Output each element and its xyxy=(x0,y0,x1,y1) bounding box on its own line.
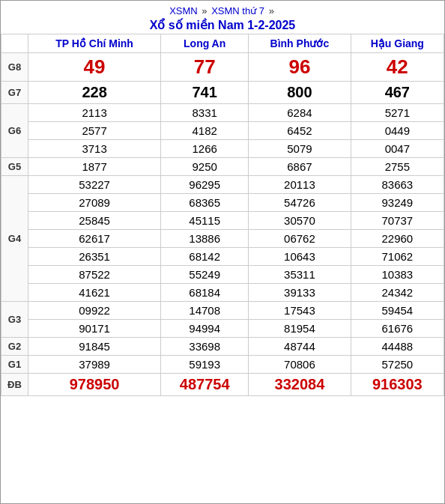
label-g5: G5 xyxy=(1,158,28,176)
db-hcm: 978950 xyxy=(28,374,161,396)
g8-haugiang: 42 xyxy=(351,53,444,82)
g4-5-hcm: 26351 xyxy=(28,248,161,266)
row-g4-5: 26351 68142 10643 71062 xyxy=(1,248,444,266)
db-longan: 487754 xyxy=(161,374,249,396)
g6-1-haugiang: 5271 xyxy=(351,104,444,122)
g4-6-haugiang: 10383 xyxy=(351,266,444,284)
g3-1-haugiang: 59454 xyxy=(351,302,444,320)
g4-7-longan: 68184 xyxy=(161,284,249,302)
g7-hcm: 228 xyxy=(28,82,161,104)
page-header: XSMN » XSMN thứ 7 » Xổ số miền Nam 1-2-2… xyxy=(1,1,444,34)
col-hcm: TP Hồ Chí Minh xyxy=(28,34,161,53)
row-db: ĐB 978950 487754 332084 916303 xyxy=(1,374,444,396)
g4-3-binhphuoc: 30570 xyxy=(249,212,351,230)
row-g7: G7 228 741 800 467 xyxy=(1,82,444,104)
g5-longan: 9250 xyxy=(161,158,249,176)
g3-2-longan: 94994 xyxy=(161,320,249,338)
label-db: ĐB xyxy=(1,374,28,396)
g2-binhphuoc: 48744 xyxy=(249,338,351,356)
g4-5-haugiang: 71062 xyxy=(351,248,444,266)
row-g2: G2 91845 33698 48744 44488 xyxy=(1,338,444,356)
xsmn-thu7-link[interactable]: XSMN thứ 7 xyxy=(211,5,264,16)
row-g6-1: G6 2113 8331 6284 5271 xyxy=(1,104,444,122)
g4-1-longan: 96295 xyxy=(161,176,249,194)
label-g1: G1 xyxy=(1,356,28,374)
row-g8: G8 49 77 96 42 xyxy=(1,53,444,82)
row-g1: G1 37989 59193 70806 57250 xyxy=(1,356,444,374)
g4-3-haugiang: 70737 xyxy=(351,212,444,230)
g2-hcm: 91845 xyxy=(28,338,161,356)
row-g4-3: 25845 45115 30570 70737 xyxy=(1,212,444,230)
g6-3-hcm: 3713 xyxy=(28,140,161,158)
row-g4-2: 27089 68365 54726 93249 xyxy=(1,194,444,212)
g3-1-binhphuoc: 17543 xyxy=(249,302,351,320)
xsmn-link[interactable]: XSMN xyxy=(169,5,198,16)
g4-4-hcm: 62617 xyxy=(28,230,161,248)
g3-1-longan: 14708 xyxy=(161,302,249,320)
g1-longan: 59193 xyxy=(161,356,249,374)
g6-2-longan: 4182 xyxy=(161,122,249,140)
col-longan: Long An xyxy=(161,34,249,53)
db-binhphuoc: 332084 xyxy=(249,374,351,396)
breadcrumb: XSMN » XSMN thứ 7 » xyxy=(4,5,441,16)
row-g3-2: 90171 94994 81954 61676 xyxy=(1,320,444,338)
g4-1-binhphuoc: 20113 xyxy=(249,176,351,194)
row-g4-1: G4 53227 96295 20113 83663 xyxy=(1,176,444,194)
g4-4-binhphuoc: 06762 xyxy=(249,230,351,248)
row-g5: G5 1877 9250 6867 2755 xyxy=(1,158,444,176)
g6-2-binhphuoc: 6452 xyxy=(249,122,351,140)
g5-hcm: 1877 xyxy=(28,158,161,176)
row-g4-6: 87522 55249 35311 10383 xyxy=(1,266,444,284)
col-binhphuoc: Bình Phước xyxy=(249,34,351,53)
g4-4-longan: 13886 xyxy=(161,230,249,248)
row-g6-3: 3713 1266 5079 0047 xyxy=(1,140,444,158)
g4-3-hcm: 25845 xyxy=(28,212,161,230)
g6-1-longan: 8331 xyxy=(161,104,249,122)
g2-haugiang: 44488 xyxy=(351,338,444,356)
row-g3-1: G3 09922 14708 17543 59454 xyxy=(1,302,444,320)
g5-binhphuoc: 6867 xyxy=(249,158,351,176)
g4-6-hcm: 87522 xyxy=(28,266,161,284)
g7-longan: 741 xyxy=(161,82,249,104)
db-haugiang: 916303 xyxy=(351,374,444,396)
g4-2-binhphuoc: 54726 xyxy=(249,194,351,212)
table-header: TP Hồ Chí Minh Long An Bình Phước Hậu Gi… xyxy=(1,34,444,53)
col-haugiang: Hậu Giang xyxy=(351,34,444,53)
g4-6-longan: 55249 xyxy=(161,266,249,284)
row-g6-2: 2577 4182 6452 0449 xyxy=(1,122,444,140)
g7-haugiang: 467 xyxy=(351,82,444,104)
g4-6-binhphuoc: 35311 xyxy=(249,266,351,284)
g4-3-longan: 45115 xyxy=(161,212,249,230)
g3-2-hcm: 90171 xyxy=(28,320,161,338)
label-g8: G8 xyxy=(1,53,28,82)
g3-2-binhphuoc: 81954 xyxy=(249,320,351,338)
g4-5-longan: 68142 xyxy=(161,248,249,266)
label-g6: G6 xyxy=(1,104,28,158)
g6-1-hcm: 2113 xyxy=(28,104,161,122)
g4-2-hcm: 27089 xyxy=(28,194,161,212)
g4-2-longan: 68365 xyxy=(161,194,249,212)
g4-7-binhphuoc: 39133 xyxy=(249,284,351,302)
g8-binhphuoc: 96 xyxy=(249,53,351,82)
g4-5-binhphuoc: 10643 xyxy=(249,248,351,266)
label-g3: G3 xyxy=(1,302,28,338)
g6-3-binhphuoc: 5079 xyxy=(249,140,351,158)
g1-haugiang: 57250 xyxy=(351,356,444,374)
g6-3-longan: 1266 xyxy=(161,140,249,158)
g5-haugiang: 2755 xyxy=(351,158,444,176)
g6-3-haugiang: 0047 xyxy=(351,140,444,158)
g4-2-haugiang: 93249 xyxy=(351,194,444,212)
g8-longan: 77 xyxy=(161,53,249,82)
g8-hcm: 49 xyxy=(28,53,161,82)
row-g4-7: 41621 68184 39133 24342 xyxy=(1,284,444,302)
g6-2-hcm: 2577 xyxy=(28,122,161,140)
g4-1-hcm: 53227 xyxy=(28,176,161,194)
g3-2-haugiang: 61676 xyxy=(351,320,444,338)
g1-binhphuoc: 70806 xyxy=(249,356,351,374)
page-title: Xổ số miền Nam 1-2-2025 xyxy=(4,18,441,32)
lottery-table: TP Hồ Chí Minh Long An Bình Phước Hậu Gi… xyxy=(1,34,444,396)
g6-1-binhphuoc: 6284 xyxy=(249,104,351,122)
g4-1-haugiang: 83663 xyxy=(351,176,444,194)
label-g2: G2 xyxy=(1,338,28,356)
label-g7: G7 xyxy=(1,82,28,104)
